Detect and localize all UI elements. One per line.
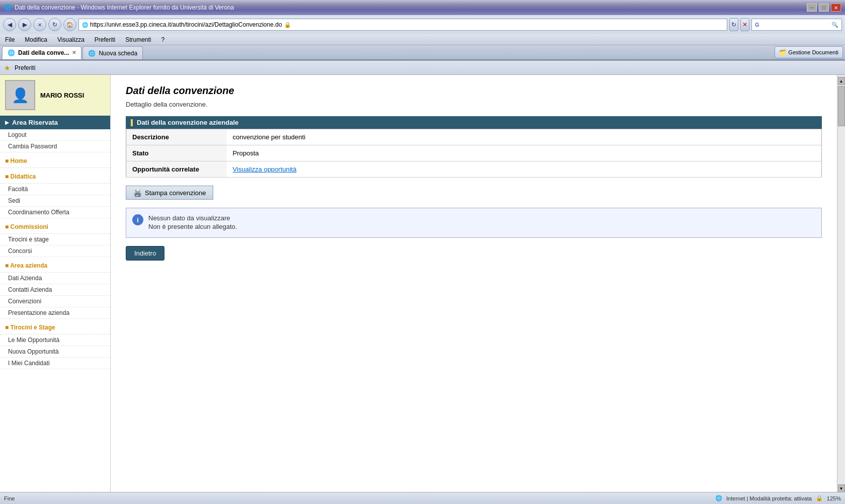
- visualizza-opportunita-link[interactable]: Visualizza opportunità: [233, 165, 297, 173]
- commissioni-label: Commissioni: [11, 223, 48, 230]
- sidebar-item-area-riservata[interactable]: ▶ Area Riservata: [0, 116, 110, 129]
- user-section: 👤 MARIO ROSSI: [0, 75, 110, 116]
- favorites-item[interactable]: Preferiti: [15, 64, 35, 71]
- sidebar-link-cambia-password[interactable]: Cambia Password: [0, 141, 110, 152]
- sidebar-category-commissioni[interactable]: ■ Commissioni: [0, 220, 110, 234]
- favorites-star-icon: ★: [4, 64, 11, 72]
- status-bar: Fine 🌐 Internet | Modalità protetta: att…: [0, 492, 845, 504]
- scroll-thumb[interactable]: [838, 86, 845, 126]
- info-box: i Nessun dato da visualizzare Non è pres…: [126, 208, 822, 238]
- convention-table: Descrizione convenzione per studenti Sta…: [126, 129, 822, 178]
- tab-label-1: Dati della conve...: [18, 49, 69, 56]
- stop-button[interactable]: ✕: [33, 18, 46, 31]
- back-nav-button[interactable]: ◀: [3, 18, 16, 31]
- forward-nav-button[interactable]: ▶: [18, 18, 31, 31]
- sidebar-link-facolta[interactable]: Facoltà: [0, 184, 110, 195]
- sidebar-link-tirocini-stage[interactable]: Tirocini e stage: [0, 234, 110, 245]
- azienda-label: Area azienda: [10, 262, 47, 269]
- table-row: Stato Proposta: [126, 145, 822, 161]
- stampa-convenzione-button[interactable]: 🖨️ Stampa convenzione: [126, 186, 213, 200]
- status-left: Fine: [4, 495, 15, 501]
- status-right: 🌐 Internet | Modalità protetta: attivata…: [715, 495, 841, 501]
- menu-visualizza[interactable]: Visualizza: [55, 35, 87, 44]
- sidebar-link-concorsi[interactable]: Concorsi: [0, 245, 110, 257]
- tirocini-label: Tirocini e Stage: [11, 324, 55, 331]
- table-cell-label-opportunita: Opportunità correlate: [126, 161, 227, 178]
- sidebar-link-presentazione[interactable]: Presentazione azienda: [0, 307, 110, 319]
- tab-bar: 🌐 Dati della conve... ✕ 🌐 Nuova scheda 🗂…: [0, 45, 845, 60]
- page-title: Dati della convenzione: [126, 85, 822, 97]
- sidebar-category-area-azienda[interactable]: ■ Area azienda: [0, 259, 110, 273]
- address-icon: 🌐: [82, 22, 88, 28]
- info-title: Nessun dato da visualizzare: [148, 214, 237, 222]
- search-bar[interactable]: G 🔍: [751, 19, 842, 31]
- sidebar-link-contatti-azienda[interactable]: Contatti Azienda: [0, 284, 110, 296]
- url-text: https://univr.esse3.pp.cineca.it/auth/ti…: [90, 21, 282, 28]
- menu-preferiti[interactable]: Preferiti: [93, 35, 117, 44]
- user-name: MARIO ROSSI: [40, 92, 84, 99]
- menu-help[interactable]: ?: [159, 35, 167, 44]
- tab-close-1[interactable]: ✕: [72, 50, 76, 55]
- menu-bar: File Modifica Visualizza Preferiti Strum…: [0, 34, 845, 45]
- menu-strumenti[interactable]: Strumenti: [123, 35, 153, 44]
- tab-toolbar-right: 🗂️ Gestione Documenti: [775, 46, 843, 59]
- scroll-up-button[interactable]: ▲: [838, 77, 845, 85]
- refresh-button[interactable]: ↻: [48, 18, 61, 31]
- content-area: Dati della convenzione Dettaglio della c…: [111, 75, 837, 492]
- section-header: Dati della convenzione aziendale: [126, 116, 822, 129]
- page-subtitle: Dettaglio della convenzione.: [126, 101, 822, 108]
- refresh-btn2[interactable]: ↻: [729, 18, 738, 31]
- sidebar-link-miei-candidati[interactable]: I Miei Candidati: [0, 358, 110, 369]
- home-bullet: ■: [5, 157, 11, 164]
- zoom-level: 125%: [827, 495, 841, 501]
- gestione-documenti-button[interactable]: 🗂️ Gestione Documenti: [775, 46, 843, 58]
- tab-dati-convenzione[interactable]: 🌐 Dati della conve... ✕: [2, 46, 81, 59]
- maximize-button[interactable]: □: [819, 4, 829, 12]
- scrollbar[interactable]: ▲ ▼: [837, 75, 845, 492]
- table-cell-label-descrizione: Descrizione: [126, 129, 227, 145]
- title-bar-icon: 🌐: [4, 4, 12, 11]
- indietro-button[interactable]: Indietro: [126, 246, 164, 261]
- internet-status: 🌐: [715, 495, 722, 501]
- search-submit-icon[interactable]: 🔍: [831, 22, 838, 28]
- sidebar-category-tirocini-stage[interactable]: ■ Tirocini e Stage: [0, 321, 110, 334]
- home-button[interactable]: 🏠: [63, 18, 76, 31]
- menu-modifica[interactable]: Modifica: [23, 35, 49, 44]
- tab-nuova-scheda[interactable]: 🌐 Nuova scheda: [82, 46, 143, 59]
- didattica-label: Didattica: [11, 173, 36, 180]
- tab-label-2: Nuova scheda: [99, 50, 137, 57]
- info-icon: i: [132, 214, 143, 225]
- sidebar-link-mie-opportunita[interactable]: Le Mie Opportunità: [0, 334, 110, 346]
- close-button[interactable]: ✕: [831, 4, 841, 12]
- sidebar-link-convenzioni[interactable]: Convenzioni: [0, 296, 110, 307]
- azienda-bullet: ■: [5, 262, 10, 269]
- lock-status-icon: 🔒: [816, 495, 823, 501]
- area-riservata-label: Area Riservata: [12, 119, 58, 126]
- tirocini-bullet: ■: [5, 324, 11, 331]
- sidebar-link-logout[interactable]: Logout: [0, 129, 110, 141]
- address-bar[interactable]: 🌐 https://univr.esse3.pp.cineca.it/auth/…: [78, 19, 727, 31]
- sidebar-link-nuova-opportunita[interactable]: Nuova Opportunità: [0, 346, 110, 358]
- title-bar: 🌐 Dati della convenzione - Windows Inter…: [0, 0, 845, 15]
- commissioni-bullet: ■: [5, 223, 11, 230]
- internet-label: Internet | Modalità protetta: attivata: [726, 495, 812, 501]
- minimize-button[interactable]: ─: [807, 4, 817, 12]
- table-cell-value-descrizione: convenzione per studenti: [227, 129, 822, 145]
- sidebar-category-home[interactable]: ■ Home: [0, 154, 110, 168]
- home-label: Home: [11, 157, 27, 164]
- table-cell-value-opportunita: Visualizza opportunità: [227, 161, 822, 178]
- menu-file[interactable]: File: [3, 35, 17, 44]
- arrow-icon: ▶: [5, 120, 9, 125]
- sidebar: 👤 MARIO ROSSI ▶ Area Riservata Logout Ca…: [0, 75, 111, 492]
- sidebar-link-dati-azienda[interactable]: Dati Azienda: [0, 273, 110, 284]
- lock-icon: 🔒: [284, 22, 291, 28]
- main-layout: 👤 MARIO ROSSI ▶ Area Riservata Logout Ca…: [0, 75, 845, 492]
- stop-btn2[interactable]: ✕: [740, 18, 749, 31]
- table-cell-value-stato: Proposta: [227, 145, 822, 161]
- sidebar-link-coordinamento[interactable]: Coordinamento Offerta: [0, 207, 110, 218]
- google-icon: G: [755, 22, 759, 28]
- scroll-down-button[interactable]: ▼: [838, 484, 845, 492]
- sidebar-link-sedi[interactable]: Sedi: [0, 195, 110, 207]
- sidebar-category-didattica[interactable]: ■ Didattica: [0, 170, 110, 184]
- favorites-label: Preferiti: [15, 64, 35, 71]
